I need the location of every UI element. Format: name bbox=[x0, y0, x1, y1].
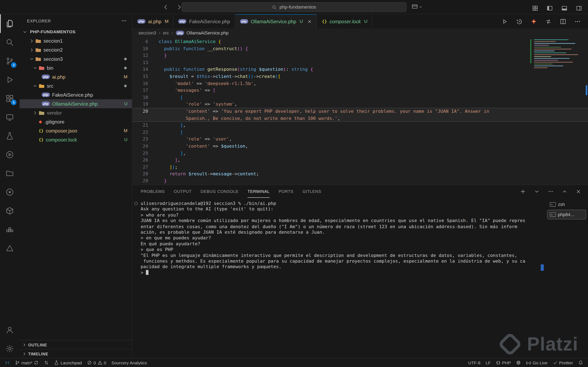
status-item-notifications[interactable] bbox=[576, 359, 586, 367]
status-item-eol[interactable]: LF bbox=[483, 359, 493, 367]
code-editor[interactable]: 6class OllamaAiService {10 public functi… bbox=[132, 38, 588, 185]
code-line[interactable]: 29 } bbox=[132, 177, 588, 184]
command-center-search[interactable]: php-fundamentos bbox=[182, 2, 406, 12]
code-line[interactable]: 12 } bbox=[132, 52, 588, 59]
tree-item-seccion3[interactable]: seccion3 bbox=[20, 54, 132, 63]
code-line[interactable]: 13 bbox=[132, 59, 588, 66]
code-line[interactable]: 19 'role' => 'system', bbox=[132, 101, 588, 108]
activity-item-folder-library[interactable] bbox=[0, 164, 20, 183]
ellipsis-panel-button[interactable] bbox=[546, 187, 555, 196]
status-item-problems[interactable]: 00 bbox=[85, 359, 109, 367]
status-item-sourcery[interactable]: Sourcery Analytics bbox=[109, 359, 149, 367]
breadcrumb-item-seccion3[interactable]: seccion3 bbox=[138, 30, 156, 36]
tab-composer-lock[interactable]: {}composer.lockU bbox=[317, 14, 372, 29]
code-line[interactable]: 22 [ bbox=[132, 129, 588, 136]
code-line[interactable]: 20 'content' => 'You are expert PHP deve… bbox=[132, 108, 588, 115]
panel-tab-problems[interactable]: PROBLEMS bbox=[141, 185, 165, 198]
code-line[interactable]: 21 ], bbox=[132, 122, 588, 129]
code-line[interactable]: 17 'messages' => [ bbox=[132, 87, 588, 94]
ellipsis-icon[interactable] bbox=[121, 18, 127, 24]
tab-fakeaiservice-php[interactable]: phpFakeAiService.php bbox=[173, 14, 235, 29]
tree-item-fakeaiservice-php[interactable]: phpFakeAiService.php bbox=[20, 90, 132, 99]
status-item-launchpad[interactable]: Launchpad bbox=[52, 359, 84, 367]
code-line[interactable]: 14 public function getResponse(string $q… bbox=[132, 66, 588, 73]
status-item-prettier[interactable]: Prettier bbox=[550, 359, 576, 367]
tree-item-composer-json[interactable]: {}composer.jsonM bbox=[20, 126, 132, 135]
status-item-remote-indicator[interactable] bbox=[2, 359, 12, 367]
editor-layout-dropdown[interactable] bbox=[412, 4, 423, 9]
tab-ai-php[interactable]: phpai.phpM bbox=[132, 14, 173, 29]
activity-item-testing[interactable] bbox=[0, 127, 20, 145]
tree-item-vendor[interactable]: vendor bbox=[20, 108, 132, 117]
terminal-instance-php84[interactable]: >_php84… bbox=[548, 210, 586, 219]
tree-item-seccion1[interactable]: seccion1 bbox=[20, 36, 132, 45]
panel-tab-output[interactable]: OUTPUT bbox=[174, 185, 191, 198]
activity-item-account[interactable] bbox=[0, 320, 20, 339]
activity-item-settings[interactable] bbox=[0, 339, 20, 358]
close-panel-button[interactable] bbox=[574, 187, 583, 196]
code-line[interactable]: 25 ], bbox=[132, 150, 588, 157]
tree-item-gitignore[interactable]: ◆.gitignore bbox=[20, 117, 132, 126]
chevron-down-panel-button[interactable] bbox=[532, 187, 541, 196]
status-item-encoding[interactable]: UTF-8 bbox=[466, 359, 483, 367]
activity-item-run-debug[interactable] bbox=[0, 70, 20, 89]
code-line[interactable]: 16 'model' => 'deepseek-r1:1.5b', bbox=[132, 80, 588, 87]
activity-item-source-control[interactable]: 4 bbox=[0, 52, 20, 70]
status-item-go-live[interactable]: Go Live bbox=[524, 359, 550, 367]
tree-item-ai-php[interactable]: phpai.phpM bbox=[20, 72, 132, 81]
activity-item-package[interactable] bbox=[0, 201, 20, 220]
code-line[interactable]: 24 'content' => $question, bbox=[132, 143, 588, 150]
status-item-feedback[interactable] bbox=[513, 359, 524, 367]
breadcrumb-item-ollamaaiservice-php[interactable]: phpOllamaAiService.php bbox=[176, 30, 228, 36]
code-line[interactable]: 27 ]); bbox=[132, 164, 588, 170]
history-action-button[interactable] bbox=[515, 17, 523, 26]
activity-item-record[interactable] bbox=[0, 183, 20, 201]
code-line[interactable]: 23 'role' => 'user', bbox=[132, 136, 588, 142]
toggle-layout-bottom-button[interactable] bbox=[560, 4, 569, 13]
code-line[interactable]: Spanish., Be concise, do not write more … bbox=[132, 115, 588, 122]
status-item-language[interactable]: {}PHP bbox=[493, 359, 513, 367]
status-item-transfer-status[interactable] bbox=[42, 359, 52, 367]
code-line[interactable]: 28 return $result->message->content; bbox=[132, 170, 588, 177]
breadcrumb-item-src[interactable]: src bbox=[163, 30, 169, 36]
tree-item-composer-lock[interactable]: {}composer.lockU bbox=[20, 135, 132, 144]
minimap[interactable] bbox=[533, 38, 583, 70]
terminal-output[interactable]: ulisesrodriguezcandela@192 seccion3 % ./… bbox=[132, 198, 545, 358]
tree-item-php-fundamentos[interactable]: PHP-FUNDAMENTOS bbox=[20, 27, 132, 36]
panel-tab-debug-console[interactable]: DEBUG CONSOLE bbox=[201, 185, 239, 198]
toggle-layout-right-button[interactable] bbox=[575, 4, 584, 13]
tree-item-bin[interactable]: bin bbox=[20, 63, 132, 72]
code-line[interactable]: 10 public function __construct() { bbox=[132, 45, 588, 52]
starburst-action-button[interactable] bbox=[529, 17, 538, 26]
activity-item-play-circle[interactable] bbox=[0, 145, 20, 164]
panel-tab-terminal[interactable]: TERMINAL bbox=[248, 185, 270, 198]
close-icon[interactable] bbox=[307, 19, 312, 24]
status-item-branch-status[interactable]: main* bbox=[12, 359, 42, 367]
tree-item-seccion2[interactable]: seccion2 bbox=[20, 45, 132, 54]
tree-item-src[interactable]: src bbox=[20, 81, 132, 90]
tree-item-ollamaaiservice-php[interactable]: phpOllamaAiService.phpU bbox=[20, 99, 132, 108]
activity-item-extensions[interactable]: 5 bbox=[0, 89, 20, 108]
back-button[interactable] bbox=[161, 3, 170, 12]
terminal-instance-zsh[interactable]: >_zsh bbox=[548, 200, 586, 209]
add-panel-button[interactable] bbox=[518, 187, 527, 196]
panel-tab-ports[interactable]: PORTS bbox=[279, 185, 294, 198]
split-action-button[interactable] bbox=[558, 17, 567, 26]
run-action-button[interactable] bbox=[500, 17, 509, 26]
sidebar-section-outline[interactable]: OUTLINE bbox=[20, 340, 132, 349]
activity-item-explorer[interactable] bbox=[0, 14, 20, 33]
ellipsis-action-button[interactable] bbox=[573, 17, 582, 26]
sidebar-section-timeline[interactable]: TIMELINE bbox=[20, 349, 132, 358]
activity-item-search[interactable] bbox=[0, 33, 20, 52]
toggle-layout-left-button[interactable] bbox=[545, 4, 554, 13]
code-line[interactable]: 18 [ bbox=[132, 94, 588, 101]
panel-tab-gitlens[interactable]: GITLENS bbox=[303, 185, 321, 198]
tab-ollamaaiservice-php[interactable]: phpOllamaAiService.phpU bbox=[235, 14, 317, 29]
activity-item-pyramid[interactable] bbox=[0, 239, 20, 258]
code-line[interactable]: 26 ], bbox=[132, 157, 588, 164]
code-line[interactable]: 6class OllamaAiService { bbox=[132, 38, 588, 45]
activity-item-containers[interactable] bbox=[0, 220, 20, 239]
code-line[interactable]: 15 $result = $this->client->chat()->crea… bbox=[132, 73, 588, 80]
activity-item-remote-explorer[interactable] bbox=[0, 108, 20, 127]
maximize-panel-button[interactable] bbox=[560, 187, 569, 196]
